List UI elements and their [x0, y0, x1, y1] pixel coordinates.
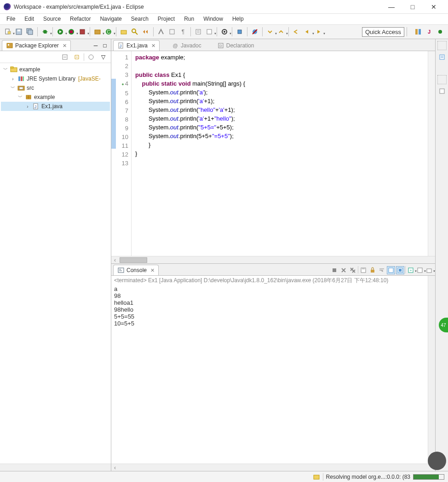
avatar-overlay — [428, 452, 446, 470]
display-selected-button[interactable]: ▼ — [416, 266, 424, 274]
console-horizontal-scrollbar[interactable]: ‹ — [111, 464, 435, 471]
debug-perspective-button[interactable] — [435, 27, 445, 37]
show-whitespace-button[interactable]: ¶ — [178, 27, 188, 37]
package-explorer-tab[interactable]: Package Explorer ✕ — [2, 40, 71, 51]
maximize-button[interactable]: □ — [402, 0, 423, 13]
menu-refactor[interactable]: Refactor — [65, 14, 95, 24]
tree-package[interactable]: ﹀ example — [1, 93, 110, 102]
menu-help[interactable]: Help — [228, 14, 248, 24]
link-editor-button[interactable] — [72, 52, 82, 62]
menu-navigate[interactable]: Navigate — [95, 14, 126, 24]
minimize-button[interactable]: — — [381, 0, 402, 13]
svg-rect-70 — [427, 269, 431, 273]
pin-button[interactable] — [235, 27, 245, 37]
quick-access-field[interactable]: Quick Access — [362, 27, 404, 37]
save-all-button[interactable] — [25, 27, 35, 37]
editor-tab-active[interactable]: J Ex1.java ✕ — [113, 40, 160, 51]
menu-window[interactable]: Window — [199, 14, 228, 24]
expand-icon[interactable]: ﹀ — [17, 94, 23, 100]
open-perspective-button[interactable] — [413, 27, 423, 37]
menu-edit[interactable]: Edit — [20, 14, 39, 24]
focus-task-button[interactable] — [86, 52, 96, 62]
console-output[interactable]: <terminated> Ex1 [Java Application] D:\d… — [111, 276, 435, 464]
prev-annotation-button[interactable]: ▼ — [276, 27, 286, 37]
remove-all-button[interactable] — [349, 266, 357, 274]
tab-label: Javadoc — [181, 42, 201, 49]
new-package-button[interactable]: ▼ — [92, 27, 103, 37]
expand-icon[interactable]: ﹀ — [10, 85, 16, 91]
tree-src[interactable]: ﹀ src — [1, 83, 110, 93]
line-number-gutter[interactable]: 1 2 3 ●4 5 6 7 8 9 10 11 12 13 — [111, 51, 132, 256]
toggle-mark-button[interactable] — [156, 27, 166, 37]
expand-icon[interactable]: › — [10, 76, 16, 81]
expand-icon[interactable]: ﹀ — [3, 66, 8, 73]
new-task-button[interactable] — [193, 27, 203, 37]
menu-project[interactable]: Project — [153, 14, 179, 24]
scroll-lock-button[interactable] — [368, 266, 377, 274]
close-view-icon[interactable]: ✕ — [150, 267, 155, 273]
remove-launch-button[interactable] — [339, 266, 348, 274]
menu-file[interactable]: File — [2, 14, 20, 24]
svg-rect-60 — [333, 268, 336, 272]
expand-icon[interactable]: › — [25, 104, 30, 109]
toolbar-separator — [190, 27, 191, 36]
close-tab-icon[interactable]: ✕ — [151, 43, 155, 49]
minimized-view-slot[interactable] — [437, 75, 447, 84]
tree-qualifier: [JavaSE- — [78, 75, 101, 82]
maximize-view-button[interactable]: □ — [101, 41, 109, 50]
task-drop-button[interactable]: ▼ — [204, 27, 214, 37]
menu-search[interactable]: Search — [126, 14, 153, 24]
close-button[interactable]: ✕ — [423, 0, 444, 13]
last-edit-button[interactable] — [291, 27, 301, 37]
open-type-button[interactable] — [119, 27, 129, 37]
code-editor[interactable]: 1 2 3 ●4 5 6 7 8 9 10 11 12 13 package e… — [111, 51, 435, 256]
minimize-view-button[interactable]: ─ — [92, 41, 100, 50]
editor-horizontal-scrollbar[interactable]: ‹ — [111, 256, 435, 263]
terminate-button[interactable] — [330, 266, 339, 274]
tree-project[interactable]: ﹀ example — [1, 65, 110, 74]
open-console-button[interactable]: +▼ — [407, 266, 415, 274]
show-console-button[interactable] — [396, 266, 404, 274]
forward-button[interactable]: ▼ — [313, 27, 323, 37]
horizontal-scrollbar[interactable] — [0, 464, 111, 471]
pin-console-button[interactable] — [387, 266, 395, 274]
tasks-minimized-icon[interactable] — [437, 86, 447, 96]
outline-minimized-icon[interactable] — [437, 52, 447, 62]
back-button[interactable]: ▼ — [302, 27, 312, 37]
close-view-icon[interactable]: ✕ — [63, 43, 67, 49]
new-console-button[interactable]: ▼ — [425, 266, 433, 274]
new-button[interactable]: ▼ — [3, 27, 13, 37]
debug-button[interactable]: ▼ — [40, 27, 50, 37]
tree-file[interactable]: › J Ex1.java — [1, 102, 110, 111]
coverage-button[interactable]: ▼ — [66, 27, 76, 37]
clear-console-button[interactable] — [359, 266, 368, 274]
console-tab[interactable]: Console ✕ — [113, 265, 159, 275]
word-wrap-button[interactable] — [378, 266, 386, 274]
collapse-all-button[interactable] — [60, 52, 70, 62]
tree-jre[interactable]: › JRE System Library [JavaSE- — [1, 74, 110, 83]
tab-label: Ex1.java — [126, 42, 148, 49]
menu-source[interactable]: Source — [39, 14, 65, 24]
vertical-scrollbar[interactable] — [428, 276, 435, 464]
overview-ruler[interactable] — [428, 51, 435, 256]
save-button[interactable] — [14, 27, 24, 37]
search-button[interactable] — [130, 27, 140, 37]
skip-breakpoints-button[interactable] — [250, 27, 260, 37]
code-content[interactable]: package example; public class Ex1 { publ… — [132, 51, 428, 256]
view-menu-button[interactable]: ▽ — [98, 52, 108, 62]
menu-run[interactable]: Run — [179, 14, 199, 24]
next-annotation-button[interactable]: ▼ — [265, 27, 275, 37]
javadoc-tab[interactable]: @ Javadoc — [163, 41, 205, 51]
javadoc-icon: @ — [172, 42, 179, 49]
declaration-tab[interactable]: D Declaration — [209, 41, 258, 51]
annotation-button[interactable]: ▼ — [219, 27, 230, 37]
minimized-view-slot[interactable] — [437, 41, 447, 50]
new-class-button[interactable]: C▼ — [103, 27, 114, 37]
java-perspective-button[interactable]: J — [424, 27, 434, 37]
package-explorer-tree[interactable]: ﹀ example › JRE System Library [JavaSE- … — [0, 63, 111, 464]
menu-bar: File Edit Source Refactor Navigate Searc… — [0, 14, 448, 25]
toggle-breadcrumb-button[interactable] — [141, 27, 151, 37]
external-tools-button[interactable]: ▼ — [77, 27, 87, 37]
toggle-block-button[interactable] — [167, 27, 177, 37]
run-button[interactable]: ▼ — [55, 27, 65, 37]
